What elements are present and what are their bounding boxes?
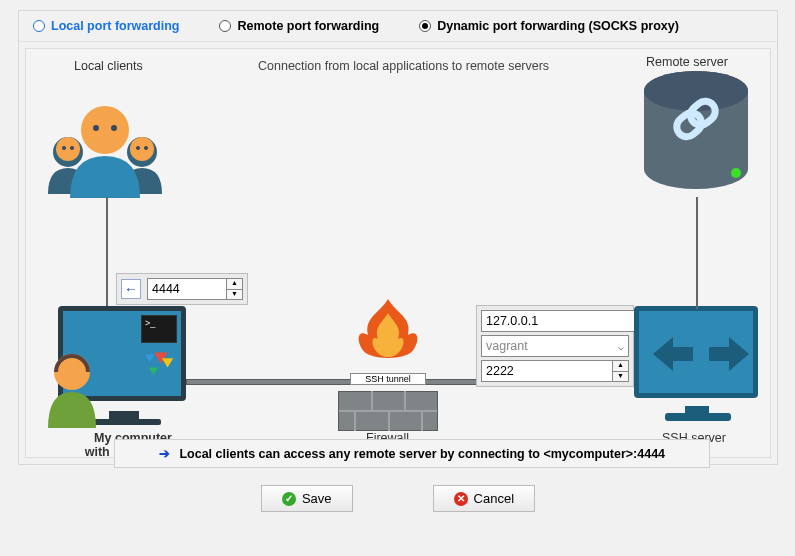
svg-point-24 (731, 168, 741, 178)
ssh-host-input[interactable] (481, 310, 648, 332)
arrow-left-icon: ← (121, 279, 141, 299)
firewall-icon (338, 339, 438, 431)
bidirectional-arrows-icon (651, 329, 751, 379)
radio-label: Remote port forwarding (237, 19, 379, 33)
radio-label: Dynamic port forwarding (SOCKS proxy) (437, 19, 679, 33)
svg-point-10 (130, 137, 154, 161)
check-icon: ✓ (282, 492, 296, 506)
summary-bar: ➔ Local clients can access any remote se… (114, 439, 710, 468)
remote-server-icon (636, 69, 756, 199)
svg-marker-21 (709, 337, 749, 371)
local-port-group: ← ▲▼ (116, 273, 248, 305)
radio-dynamic-forwarding[interactable]: Dynamic port forwarding (SOCKS proxy) (419, 19, 679, 33)
svg-marker-15 (149, 368, 158, 376)
cancel-button-label: Cancel (474, 491, 514, 506)
svg-point-11 (62, 146, 66, 150)
tunnel-diagram: Local clients Connection from local appl… (25, 48, 771, 458)
chevron-down-icon: ⌵ (618, 341, 624, 352)
tunnel-line (186, 379, 486, 385)
connector-line (696, 197, 698, 309)
svg-point-2 (81, 106, 129, 154)
mobaxterm-logo-icon (141, 345, 179, 377)
local-clients-icon (40, 94, 170, 204)
local-port-spinner[interactable]: ▲▼ (147, 278, 243, 300)
ssh-port-input[interactable] (481, 360, 613, 382)
user-icon (42, 350, 102, 430)
arrow-right-icon: ➔ (159, 447, 170, 461)
tunnel-settings-panel: Local port forwarding Remote port forwar… (18, 10, 778, 465)
svg-point-9 (56, 137, 80, 161)
terminal-icon (141, 315, 177, 343)
spinner-buttons[interactable]: ▲▼ (613, 360, 629, 382)
radio-local-forwarding[interactable]: Local port forwarding (33, 19, 179, 33)
radio-icon (219, 20, 231, 32)
svg-marker-18 (145, 354, 154, 362)
radio-icon (419, 20, 431, 32)
connector-line (106, 197, 108, 275)
summary-text: Local clients can access any remote serv… (179, 447, 665, 461)
radio-icon (33, 20, 45, 32)
forwarding-mode-tabs: Local port forwarding Remote port forwar… (19, 11, 777, 42)
local-clients-label: Local clients (74, 59, 143, 73)
spinner-buttons[interactable]: ▲▼ (227, 278, 243, 300)
svg-point-3 (93, 125, 99, 131)
local-port-input[interactable] (147, 278, 227, 300)
remote-server-label: Remote server (646, 55, 728, 69)
cancel-button[interactable]: ✕ Cancel (433, 485, 535, 512)
ssh-server-icon (634, 306, 758, 430)
save-button[interactable]: ✓ Save (261, 485, 353, 512)
ssh-port-spinner[interactable]: ▲▼ (481, 360, 629, 382)
svg-point-14 (144, 146, 148, 150)
diagram-subtitle: Connection from local applications to re… (258, 59, 549, 73)
svg-marker-20 (653, 337, 693, 371)
radio-label: Local port forwarding (51, 19, 179, 33)
svg-point-13 (136, 146, 140, 150)
close-icon: ✕ (454, 492, 468, 506)
button-bar: ✓ Save ✕ Cancel (19, 485, 777, 512)
my-computer-icon (48, 306, 208, 436)
ssh-user-select[interactable]: vagrant ⌵ (481, 335, 629, 357)
radio-remote-forwarding[interactable]: Remote port forwarding (219, 19, 379, 33)
save-button-label: Save (302, 491, 332, 506)
svg-marker-17 (162, 358, 173, 367)
ssh-connection-group: vagrant ⌵ ▲▼ (476, 305, 634, 387)
svg-point-4 (111, 125, 117, 131)
svg-point-12 (70, 146, 74, 150)
